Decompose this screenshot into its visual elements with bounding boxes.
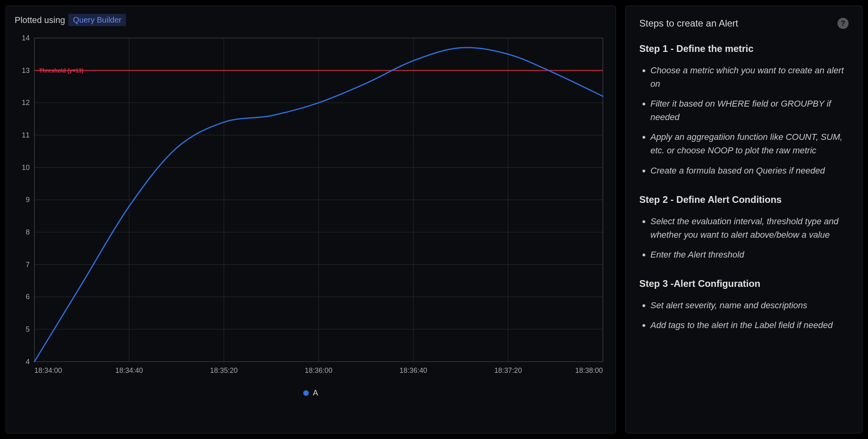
y-tick-label: 10 (22, 164, 30, 172)
y-tick-label: 9 (26, 196, 30, 204)
x-tick-label: 18:35:20 (210, 366, 238, 374)
chart-panel: Plotted using Query Builder 456789101112… (6, 6, 616, 433)
y-tick-label: 7 (26, 261, 30, 269)
chart-header: Plotted using Query Builder (15, 14, 607, 26)
steps-container: Step 1 - Define the metricChoose a metri… (639, 43, 849, 332)
legend-label-a: A (313, 388, 318, 397)
y-tick-label: 13 (22, 67, 30, 74)
step-list: Set alert severity, name and description… (639, 299, 849, 332)
steps-title: Steps to create an Alert (639, 18, 738, 29)
plotted-using-label: Plotted using (15, 15, 65, 25)
y-tick-label: 12 (22, 99, 30, 107)
threshold-label: Threshold (y=13) (39, 67, 84, 74)
step-list: Choose a metric which you want to create… (639, 64, 849, 178)
chart-legend: A (15, 388, 607, 397)
y-tick-label: 4 (26, 358, 30, 366)
help-icon[interactable]: ? (837, 18, 849, 29)
step-item: Choose a metric which you want to create… (650, 64, 849, 91)
step-block: Step 1 - Define the metricChoose a metri… (639, 43, 849, 178)
step-item: Create a formula based on Queries if nee… (650, 164, 849, 178)
y-tick-label: 5 (26, 325, 30, 333)
legend-color-a (303, 390, 309, 396)
chart-area: 456789101112131418:34:0018:34:4018:35:20… (15, 34, 607, 424)
step-heading: Step 3 -Alert Configuration (639, 278, 849, 289)
x-tick-label: 18:38:00 (575, 366, 603, 374)
step-item: Set alert severity, name and description… (650, 299, 849, 312)
steps-panel: Steps to create an Alert ? Step 1 - Defi… (625, 6, 862, 433)
step-list: Select the evaluation interval, threshol… (639, 215, 849, 261)
x-tick-label: 18:36:00 (305, 366, 333, 374)
x-tick-label: 18:37:20 (494, 366, 522, 374)
chart-svg: 456789101112131418:34:0018:34:4018:35:20… (15, 34, 607, 381)
x-tick-label: 18:36:40 (400, 366, 427, 374)
y-tick-label: 8 (26, 228, 30, 236)
step-block: Step 2 - Define Alert ConditionsSelect t… (639, 194, 849, 261)
y-tick-label: 6 (26, 293, 30, 301)
step-item: Select the evaluation interval, threshol… (650, 215, 849, 242)
step-heading: Step 1 - Define the metric (639, 43, 849, 54)
step-heading: Step 2 - Define Alert Conditions (639, 194, 849, 205)
y-tick-label: 14 (22, 34, 30, 42)
step-item: Apply an aggregatiion function like COUN… (650, 130, 849, 157)
step-item: Filter it based on WHERE field or GROUPB… (650, 97, 849, 124)
step-item: Add tags to the alert in the Label field… (650, 319, 849, 332)
steps-header: Steps to create an Alert ? (639, 18, 849, 29)
x-tick-label: 18:34:00 (34, 366, 62, 374)
step-block: Step 3 -Alert ConfigurationSet alert sev… (639, 278, 849, 332)
y-tick-label: 11 (22, 131, 30, 139)
step-item: Enter the Alert threshold (650, 248, 849, 261)
query-builder-badge[interactable]: Query Builder (68, 14, 126, 26)
x-tick-label: 18:34:40 (115, 366, 143, 374)
